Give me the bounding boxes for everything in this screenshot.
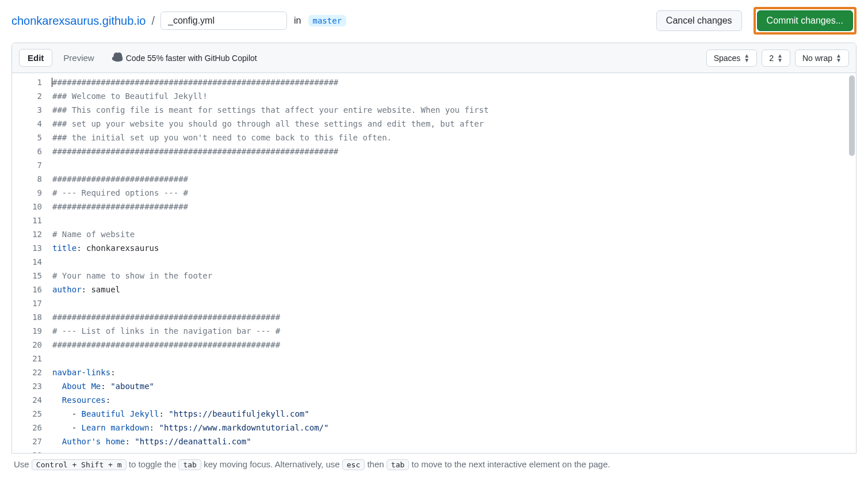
code-line[interactable] [52, 352, 851, 365]
line-number: 18 [12, 310, 42, 324]
kbd-tab: tab [178, 459, 201, 470]
editor-toolbar: Edit Preview Code 55% faster with GitHub… [12, 43, 856, 73]
code-editor[interactable]: 1234567891011121314151617181920212223242… [12, 73, 856, 453]
scrollbar-thumb[interactable] [849, 75, 855, 156]
hint-text: key moving focus. Alternatively, use [204, 459, 342, 469]
code-line[interactable]: # Your name to show in the footer [52, 269, 851, 283]
code-line[interactable]: ############################ [52, 172, 851, 186]
kbd-tab: tab [387, 459, 409, 470]
branch-badge[interactable]: master [308, 15, 347, 26]
code-line[interactable]: ### This config file is meant for settin… [52, 103, 851, 117]
kbd-ctrl-shift-m: Control + Shift + m [32, 459, 127, 470]
line-number: 3 [12, 103, 42, 117]
scrollbar-track[interactable] [849, 75, 855, 451]
hint-text: then [367, 459, 386, 469]
line-number: 23 [12, 379, 42, 393]
path-separator: / [151, 14, 155, 28]
code-line[interactable]: title: chonkarexsaurus [52, 241, 851, 255]
code-line[interactable] [52, 255, 851, 269]
line-number: 5 [12, 131, 42, 144]
line-number: 9 [12, 186, 42, 200]
repo-link[interactable]: chonkarexsaurus.github.io [12, 14, 146, 28]
line-number: 14 [12, 255, 42, 269]
in-label: in [294, 16, 301, 26]
line-number: 1 [12, 75, 42, 89]
line-number: 10 [12, 200, 42, 214]
hint-text: Use [14, 459, 32, 469]
line-number: 19 [12, 324, 42, 338]
code-line[interactable]: author: samuel [52, 283, 851, 296]
updown-icon: ▲▼ [836, 54, 842, 63]
line-number: 12 [12, 227, 42, 241]
line-number: 7 [12, 158, 42, 172]
updown-icon: ▲▼ [744, 54, 750, 63]
keyboard-hint: Use Control + Shift + m to toggle the ta… [0, 454, 868, 478]
code-line[interactable]: ########################################… [52, 310, 851, 324]
kbd-esc: esc [342, 459, 365, 470]
code-line[interactable]: - Beautiful Jekyll: "https://beautifulje… [52, 407, 851, 421]
filename-input[interactable] [160, 12, 287, 30]
line-number: 2 [12, 89, 42, 103]
code-line[interactable] [52, 448, 851, 453]
line-number: 20 [12, 338, 42, 352]
line-number: 28 [12, 448, 42, 453]
editor-frame: Edit Preview Code 55% faster with GitHub… [12, 43, 856, 454]
wrap-mode-select[interactable]: No wrap ▲▼ [795, 49, 849, 67]
line-gutter: 1234567891011121314151617181920212223242… [12, 73, 52, 453]
indent-size-select[interactable]: 2 ▲▼ [762, 49, 790, 67]
code-line[interactable]: navbar-links: [52, 365, 851, 379]
code-line[interactable]: # --- List of links in the navigation ba… [52, 324, 851, 338]
code-line[interactable]: ### set up your website you should go th… [52, 117, 851, 131]
code-line[interactable]: - Learn markdown: "https://www.markdownt… [52, 421, 851, 435]
code-line[interactable]: ########################################… [52, 144, 851, 158]
line-number: 21 [12, 352, 42, 365]
code-line[interactable]: ############################ [52, 200, 851, 214]
line-number: 27 [12, 435, 42, 448]
indent-size-label: 2 [769, 54, 774, 63]
line-number: 24 [12, 393, 42, 407]
wrap-mode-label: No wrap [802, 54, 832, 63]
code-line[interactable]: ########################################… [52, 75, 851, 89]
hint-text: to toggle the [129, 459, 179, 469]
line-number: 25 [12, 407, 42, 421]
line-number: 8 [12, 172, 42, 186]
line-number: 22 [12, 365, 42, 379]
code-line[interactable]: ### Welcome to Beautiful Jekyll! [52, 89, 851, 103]
code-line[interactable]: ### the initial set up you won't need to… [52, 131, 851, 144]
breadcrumb-bar: chonkarexsaurus.github.io / in master Ca… [0, 0, 868, 43]
copilot-text: Code 55% faster with GitHub Copilot [126, 54, 257, 63]
commit-highlight: Commit changes... [754, 7, 856, 35]
code-line[interactable]: # --- Required options --- # [52, 186, 851, 200]
line-number: 13 [12, 241, 42, 255]
code-line[interactable]: # Name of website [52, 227, 851, 241]
commit-changes-button[interactable]: Commit changes... [757, 10, 853, 31]
code-line[interactable]: ########################################… [52, 338, 851, 352]
code-content[interactable]: ########################################… [52, 73, 856, 453]
cancel-changes-button[interactable]: Cancel changes [656, 10, 742, 31]
preview-tab[interactable]: Preview [55, 49, 102, 67]
indent-mode-select[interactable]: Spaces ▲▼ [706, 49, 758, 67]
edit-tab[interactable]: Edit [19, 49, 52, 67]
line-number: 6 [12, 144, 42, 158]
view-tabs: Edit Preview [19, 49, 103, 67]
copilot-icon [112, 52, 123, 64]
line-number: 16 [12, 283, 42, 296]
code-line[interactable]: Resources: [52, 393, 851, 407]
code-line[interactable]: About Me: "aboutme" [52, 379, 851, 393]
code-line[interactable]: Author's home: "https://deanattali.com" [52, 435, 851, 448]
line-number: 11 [12, 214, 42, 227]
indent-mode-label: Spaces [714, 54, 741, 63]
copilot-hint[interactable]: Code 55% faster with GitHub Copilot [112, 52, 257, 64]
code-line[interactable] [52, 296, 851, 310]
line-number: 4 [12, 117, 42, 131]
line-number: 17 [12, 296, 42, 310]
hint-text: to move to the next interactive element … [411, 459, 610, 469]
code-line[interactable] [52, 214, 851, 227]
line-number: 26 [12, 421, 42, 435]
updown-icon: ▲▼ [777, 54, 783, 63]
code-line[interactable] [52, 158, 851, 172]
line-number: 15 [12, 269, 42, 283]
